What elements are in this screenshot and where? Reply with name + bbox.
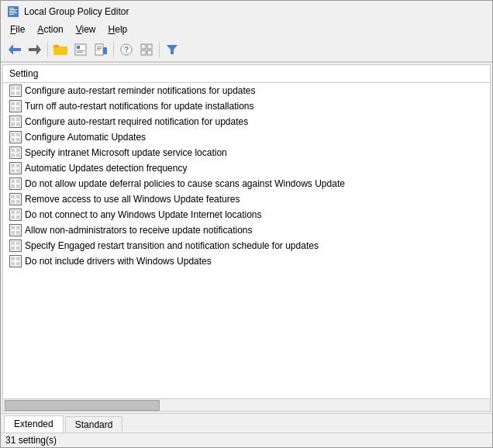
- svg-rect-41: [16, 122, 19, 126]
- table-row[interactable]: Allow non-administrators to receive upda…: [3, 222, 490, 238]
- policy-name: Remove access to use all Windows Update …: [25, 194, 240, 205]
- menu-view[interactable]: View: [70, 22, 102, 36]
- svg-rect-23: [147, 44, 152, 49]
- table-row[interactable]: Configure Automatic Updates: [3, 129, 490, 145]
- policy-icon: [9, 240, 22, 252]
- svg-rect-58: [12, 180, 15, 183]
- folder-button[interactable]: [51, 40, 70, 59]
- svg-rect-13: [77, 50, 84, 51]
- policy-name: Configure Automatic Updates: [25, 132, 146, 143]
- scrollbar-thumb[interactable]: [5, 400, 160, 411]
- svg-rect-22: [141, 44, 146, 49]
- policy-icon: [9, 224, 22, 236]
- menu-bar: File Action View Help: [1, 21, 492, 38]
- toolbar: ?: [1, 38, 492, 62]
- tab-standard[interactable]: Standard: [65, 416, 123, 432]
- svg-rect-79: [16, 242, 19, 245]
- svg-text:?: ?: [124, 46, 129, 54]
- policy-name: Do not allow update deferral policies to…: [25, 178, 345, 189]
- window-title: Local Group Policy Editor: [24, 6, 129, 17]
- svg-rect-25: [147, 50, 152, 55]
- svg-rect-35: [12, 107, 15, 110]
- svg-rect-74: [16, 226, 19, 229]
- policy-name: Configure auto-restart reminder notifica…: [25, 85, 256, 96]
- tabs-bar: Extended Standard: [1, 413, 492, 432]
- svg-marker-7: [29, 44, 41, 55]
- policy-icon: [9, 146, 22, 159]
- view-button[interactable]: [137, 40, 156, 59]
- table-row[interactable]: Do not include drivers with Windows Upda…: [3, 253, 490, 269]
- svg-rect-64: [16, 195, 19, 198]
- tab-extended[interactable]: Extended: [4, 415, 64, 432]
- svg-rect-81: [16, 246, 19, 250]
- policy-name: Do not connect to any Windows Update Int…: [25, 209, 262, 220]
- svg-rect-36: [16, 107, 19, 110]
- svg-marker-26: [167, 45, 178, 54]
- status-text: 31 setting(s): [5, 435, 57, 446]
- table-row[interactable]: Remove access to use all Windows Update …: [3, 191, 490, 207]
- svg-rect-34: [16, 102, 19, 105]
- svg-rect-86: [16, 262, 19, 265]
- policy-icon: [9, 208, 22, 221]
- policy-name: Configure auto-restart required notifica…: [25, 116, 248, 127]
- setting-column-header: Setting: [9, 68, 38, 79]
- svg-marker-6: [9, 44, 21, 55]
- svg-rect-2: [9, 9, 17, 10]
- policy-name: Turn off auto-restart notifications for …: [25, 101, 254, 112]
- main-content: Setting Configure auto-restart reminder …: [1, 62, 492, 413]
- menu-help[interactable]: Help: [102, 22, 134, 36]
- svg-rect-80: [12, 246, 15, 250]
- svg-rect-59: [16, 180, 19, 183]
- svg-rect-43: [12, 133, 15, 136]
- policy-name: Allow non-administrators to receive upda…: [25, 225, 252, 236]
- menu-file[interactable]: File: [4, 22, 31, 36]
- svg-rect-85: [12, 262, 15, 265]
- policy-icon: [9, 255, 22, 267]
- policy-name: Specify intranet Microsoft update servic…: [25, 147, 227, 158]
- svg-rect-53: [12, 164, 15, 167]
- table-row[interactable]: Do not allow update deferral policies to…: [3, 176, 490, 191]
- table-row[interactable]: Do not connect to any Windows Update Int…: [3, 207, 490, 222]
- table-row[interactable]: Specify Engaged restart transition and n…: [3, 238, 490, 253]
- title-bar: Local Group Policy Editor: [1, 1, 492, 21]
- table-row[interactable]: Configure auto-restart reminder notifica…: [3, 83, 490, 98]
- filter-button[interactable]: [163, 40, 181, 59]
- svg-rect-4: [9, 12, 17, 13]
- policy-icon: [9, 84, 22, 97]
- svg-rect-49: [16, 149, 19, 152]
- svg-rect-18: [97, 50, 100, 50]
- back-button[interactable]: [5, 40, 24, 59]
- export-button[interactable]: [91, 40, 110, 59]
- svg-rect-17: [97, 48, 102, 49]
- svg-rect-48: [12, 149, 15, 152]
- forward-button[interactable]: [26, 40, 44, 59]
- svg-rect-61: [16, 184, 19, 188]
- policy-table[interactable]: Configure auto-restart reminder notifica…: [3, 83, 490, 398]
- svg-rect-33: [12, 102, 15, 105]
- svg-rect-24: [141, 50, 146, 55]
- menu-action[interactable]: Action: [31, 22, 69, 36]
- svg-rect-19: [103, 47, 107, 54]
- svg-rect-29: [16, 87, 19, 90]
- separator-2: [113, 42, 114, 57]
- table-row[interactable]: Automatic Updates detection frequency: [3, 160, 490, 176]
- table-row[interactable]: Specify intranet Microsoft update servic…: [3, 145, 490, 160]
- horizontal-scrollbar[interactable]: [3, 398, 490, 411]
- table-row[interactable]: Configure auto-restart required notifica…: [3, 114, 490, 129]
- svg-rect-70: [12, 215, 15, 219]
- policy-icon: [9, 115, 22, 128]
- separator-3: [159, 42, 160, 57]
- svg-rect-3: [9, 11, 16, 12]
- table-header: Setting: [3, 65, 490, 83]
- separator-1: [47, 42, 48, 57]
- table-padding: [3, 269, 490, 331]
- svg-rect-68: [12, 211, 15, 214]
- help-button[interactable]: ?: [117, 40, 136, 59]
- table-row[interactable]: Turn off auto-restart notifications for …: [3, 98, 490, 114]
- properties-button[interactable]: [71, 40, 90, 59]
- svg-rect-56: [16, 169, 19, 172]
- policy-name: Specify Engaged restart transition and n…: [25, 240, 319, 251]
- svg-rect-65: [12, 200, 15, 203]
- policy-icon: [9, 100, 22, 112]
- svg-rect-75: [12, 231, 15, 234]
